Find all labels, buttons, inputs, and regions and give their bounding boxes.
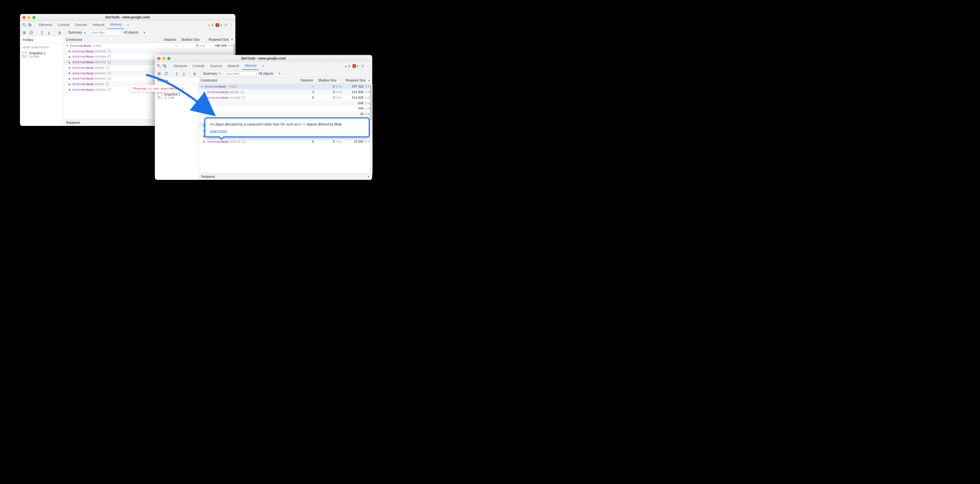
export-icon[interactable]: [175, 71, 179, 76]
kebab-icon[interactable]: ⋮: [366, 63, 371, 68]
inspect-icon[interactable]: [22, 22, 27, 28]
minimize-button[interactable]: [162, 57, 165, 60]
tab-sources[interactable]: Sources: [207, 62, 224, 70]
tab-console[interactable]: Console: [190, 62, 207, 70]
tab-network[interactable]: Network: [90, 21, 107, 29]
shallow-cell: 00 %: [316, 139, 344, 143]
snapshot-item[interactable]: Snapshot 1 16.0 MB: [20, 50, 64, 60]
view-select[interactable]: Summary▼: [68, 31, 86, 34]
inspect-icon[interactable]: [156, 63, 161, 68]
snapshot-item[interactable]: Snapshot 1 13.3 MB: [155, 91, 199, 101]
chevron-right-icon[interactable]: ▶: [68, 66, 72, 69]
table-row[interactable]: ▼InternalNode×5010–00 %447 4123 %: [199, 84, 372, 90]
chevron-right-icon[interactable]: ▶: [68, 77, 72, 80]
sort-icon: ▼: [368, 79, 370, 82]
chevron-right-icon[interactable]: ▶: [68, 83, 72, 86]
col-shallow[interactable]: Shallow Size: [316, 78, 344, 84]
constructor-name: InternalNode: [72, 60, 94, 64]
close-button[interactable]: [22, 16, 26, 19]
chevron-right-icon[interactable]: ▶: [68, 61, 72, 64]
chevron-down-icon[interactable]: ▼: [66, 44, 69, 47]
tab-memory[interactable]: Memory: [242, 62, 259, 70]
warning-chip[interactable]: ▲3: [207, 23, 213, 27]
gc-icon[interactable]: [58, 30, 62, 35]
zoom-button[interactable]: [167, 57, 171, 60]
device-icon[interactable]: [27, 22, 32, 28]
col-shallow[interactable]: Shallow Size: [179, 36, 207, 43]
table-row[interactable]: ▼InternalNode×7851–00 %486 6083 %: [64, 43, 235, 49]
object-filter-select[interactable]: All objects: [123, 31, 138, 34]
window-title: DevTools - www.google.com/: [157, 56, 370, 60]
error-chip[interactable]: ×2: [353, 64, 359, 68]
export-icon[interactable]: [40, 30, 44, 35]
gc-icon[interactable]: [192, 71, 197, 76]
tab-console[interactable]: Console: [55, 21, 72, 29]
retained-cell: 447 4123 %: [343, 85, 372, 88]
minimize-button[interactable]: [28, 16, 31, 19]
table-row[interactable]: 6481 %: [199, 100, 372, 106]
table-row[interactable]: ▶InternalNode @25270900 %15 6640 %: [199, 139, 372, 145]
object-filter-select[interactable]: All objects: [259, 72, 273, 75]
window-title: DevTools - www.google.com/: [22, 16, 233, 19]
table-row[interactable]: 441 %: [199, 112, 372, 117]
import-icon[interactable]: [47, 30, 51, 35]
chevron-right-icon[interactable]: ▶: [68, 50, 72, 52]
chevron-right-icon[interactable]: ▶: [68, 55, 72, 58]
tab-more[interactable]: »: [125, 21, 131, 29]
settings-icon[interactable]: [360, 63, 365, 68]
learn-more-link[interactable]: Learn more: [210, 129, 227, 133]
caret-icon[interactable]: ▼: [143, 31, 146, 34]
error-chip[interactable]: ×3: [216, 23, 222, 27]
warning-chip[interactable]: ▲6: [345, 64, 350, 68]
device-icon[interactable]: [162, 63, 167, 68]
col-distance[interactable]: Distance: [161, 36, 179, 43]
table-row[interactable]: ▶InternalNode @22200600 %214 9282 %: [199, 95, 372, 101]
scrollbar[interactable]: [370, 84, 372, 173]
kebab-icon[interactable]: ⋮: [229, 22, 234, 28]
col-constructor[interactable]: Constructor: [64, 36, 161, 43]
tab-more[interactable]: »: [260, 62, 267, 70]
object-icon: [108, 50, 111, 52]
record-icon[interactable]: [157, 71, 161, 76]
titlebar[interactable]: DevTools - www.google.com/: [155, 55, 372, 62]
settings-icon[interactable]: [223, 22, 229, 28]
chevron-right-icon[interactable]: ▶: [68, 88, 72, 91]
caret-icon[interactable]: ▼: [278, 72, 281, 75]
col-retained[interactable]: Retained Size▼: [207, 36, 235, 43]
chevron-right-icon[interactable]: ▶: [203, 96, 206, 99]
clear-icon[interactable]: [164, 71, 168, 76]
clear-icon[interactable]: [29, 30, 34, 35]
chevron-right-icon[interactable]: ▶: [203, 91, 206, 94]
col-constructor[interactable]: Constructor: [199, 78, 299, 84]
col-retained[interactable]: Retained Size▼: [343, 78, 372, 84]
tooltip-text: An object allocated by a component other…: [210, 122, 364, 126]
col-distance[interactable]: Distance: [299, 78, 316, 84]
retained-cell: 214 9282 %: [343, 96, 372, 99]
zoom-button[interactable]: [32, 16, 36, 19]
table-row[interactable]: 6481 %: [199, 106, 372, 112]
object-id: @15798: [95, 49, 106, 53]
table-row[interactable]: ▶InternalNode @9166400 %214 9282 %: [199, 90, 372, 95]
titlebar[interactable]: DevTools - www.google.com/: [20, 14, 235, 21]
tab-elements[interactable]: Elements: [171, 62, 189, 70]
divider: [200, 71, 200, 76]
record-icon[interactable]: [22, 30, 26, 35]
table-row[interactable]: ▶InternalNode @15798: [64, 48, 235, 54]
chevron-right-icon[interactable]: ▶: [203, 140, 206, 143]
tab-network[interactable]: Network: [225, 62, 242, 70]
chevron-down-icon[interactable]: ▼: [201, 85, 204, 88]
class-filter-input[interactable]: Class filter: [223, 71, 256, 76]
close-button[interactable]: [157, 57, 161, 60]
chevron-right-icon[interactable]: ▶: [68, 72, 72, 74]
class-filter-input[interactable]: Class filter: [89, 30, 121, 35]
import-icon[interactable]: [181, 71, 186, 76]
tab-elements[interactable]: Elements: [36, 21, 55, 29]
caret-icon: ▼: [219, 72, 221, 75]
caret-icon: ▼: [84, 31, 86, 34]
tab-sources[interactable]: Sources: [73, 21, 90, 29]
retainers-header[interactable]: Retainers ▼: [199, 173, 372, 180]
tab-memory[interactable]: Memory: [108, 21, 124, 29]
constructor-cell: ▼InternalNode×7851: [64, 44, 161, 48]
retained-cell: 486 6083 %: [207, 44, 235, 47]
view-select[interactable]: Summary▼: [203, 72, 221, 75]
